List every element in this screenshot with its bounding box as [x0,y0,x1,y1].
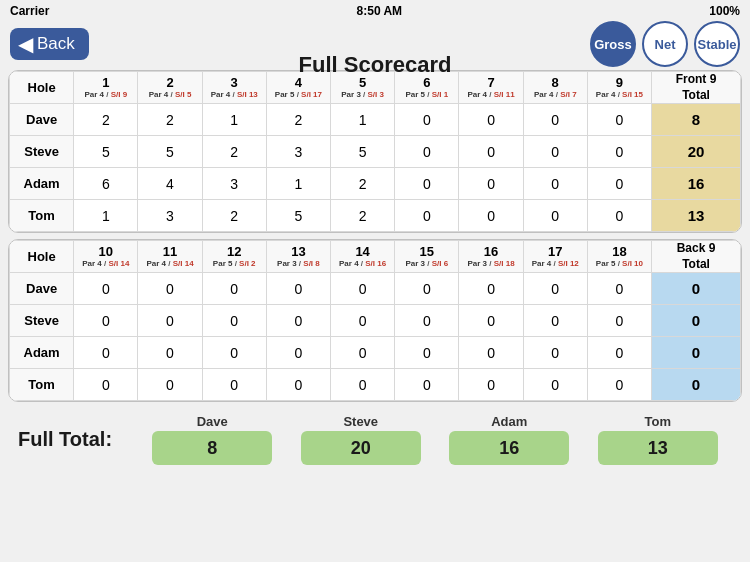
f9-adam-s7[interactable]: 0 [459,168,523,200]
b9-adam-s14[interactable]: 0 [331,337,395,369]
f9-adam-label: Adam [10,168,74,200]
f9-tom-s3[interactable]: 2 [202,200,266,232]
back-arrow-icon: ◀ [18,34,33,54]
front9-section: Hole 1 Par 4 / S/I 9 2 Par 4 / S/I 5 3 P… [8,70,742,233]
b9-tom-s17[interactable]: 0 [523,369,587,401]
b9-steve-row: Steve 0 0 0 0 0 0 0 0 0 0 [10,305,741,337]
f9-adam-s4[interactable]: 1 [266,168,330,200]
b9-adam-s15[interactable]: 0 [395,337,459,369]
f9-dave-s9[interactable]: 0 [587,104,651,136]
header: ◀ Back Full Scorecard Gross Net Stable [0,22,750,66]
f9-tom-s9[interactable]: 0 [587,200,651,232]
f9-dave-s7[interactable]: 0 [459,104,523,136]
b9-hole-13: 13 Par 3 / S/I 8 [266,241,330,273]
b9-dave-s15[interactable]: 0 [395,273,459,305]
gross-button[interactable]: Gross [590,21,636,67]
b9-tom-s12[interactable]: 0 [202,369,266,401]
b9-steve-s18[interactable]: 0 [587,305,651,337]
scorecard-wrapper: Hole 1 Par 4 / S/I 9 2 Par 4 / S/I 5 3 P… [0,66,750,473]
b9-adam-s12[interactable]: 0 [202,337,266,369]
back-label: Back [37,34,75,54]
f9-steve-s8[interactable]: 0 [523,136,587,168]
full-total-adam-name: Adam [491,414,527,429]
f9-steve-total: 20 [652,136,741,168]
f9-tom-s8[interactable]: 0 [523,200,587,232]
b9-adam-s16[interactable]: 0 [459,337,523,369]
f9-hole-9: 9 Par 4 / S/I 15 [587,72,651,104]
f9-hole-8: 8 Par 4 / S/I 7 [523,72,587,104]
f9-steve-s1[interactable]: 5 [74,136,138,168]
f9-steve-s7[interactable]: 0 [459,136,523,168]
full-total-tom-score: 13 [598,431,718,465]
b9-steve-s12[interactable]: 0 [202,305,266,337]
b9-tom-label: Tom [10,369,74,401]
f9-steve-s5[interactable]: 5 [331,136,395,168]
f9-tom-s6[interactable]: 0 [395,200,459,232]
b9-steve-s10[interactable]: 0 [74,305,138,337]
f9-adam-s9[interactable]: 0 [587,168,651,200]
f9-tom-label: Tom [10,200,74,232]
score-type-buttons: Gross Net Stable [590,21,740,67]
b9-adam-s13[interactable]: 0 [266,337,330,369]
b9-steve-s17[interactable]: 0 [523,305,587,337]
full-total-steve-score: 20 [301,431,421,465]
f9-dave-s8[interactable]: 0 [523,104,587,136]
f9-hole-2: 2 Par 4 / S/I 5 [138,72,202,104]
b9-steve-s13[interactable]: 0 [266,305,330,337]
f9-steve-s4[interactable]: 3 [266,136,330,168]
b9-dave-s10[interactable]: 0 [74,273,138,305]
b9-tom-s13[interactable]: 0 [266,369,330,401]
b9-adam-s18[interactable]: 0 [587,337,651,369]
b9-dave-s11[interactable]: 0 [138,273,202,305]
f9-tom-row: Tom 1 3 2 5 2 0 0 0 0 13 [10,200,741,232]
f9-adam-row: Adam 6 4 3 1 2 0 0 0 0 16 [10,168,741,200]
b9-adam-s11[interactable]: 0 [138,337,202,369]
f9-tom-s7[interactable]: 0 [459,200,523,232]
f9-tom-s5[interactable]: 2 [331,200,395,232]
f9-steve-s3[interactable]: 2 [202,136,266,168]
b9-adam-s17[interactable]: 0 [523,337,587,369]
f9-steve-s2[interactable]: 5 [138,136,202,168]
b9-dave-s14[interactable]: 0 [331,273,395,305]
f9-dave-s1[interactable]: 2 [74,104,138,136]
back-button[interactable]: ◀ Back [10,28,89,60]
b9-tom-s10[interactable]: 0 [74,369,138,401]
b9-tom-s15[interactable]: 0 [395,369,459,401]
full-total-steve: Steve 20 [287,414,436,465]
f9-dave-s2[interactable]: 2 [138,104,202,136]
f9-dave-s5[interactable]: 1 [331,104,395,136]
f9-steve-s9[interactable]: 0 [587,136,651,168]
b9-tom-s16[interactable]: 0 [459,369,523,401]
f9-dave-s4[interactable]: 2 [266,104,330,136]
net-button[interactable]: Net [642,21,688,67]
hole-header-label: Hole [10,72,74,104]
b9-adam-s10[interactable]: 0 [74,337,138,369]
stable-button[interactable]: Stable [694,21,740,67]
f9-tom-s4[interactable]: 5 [266,200,330,232]
b9-tom-s14[interactable]: 0 [331,369,395,401]
b9-dave-s16[interactable]: 0 [459,273,523,305]
f9-adam-s6[interactable]: 0 [395,168,459,200]
battery-label: 100% [709,4,740,18]
f9-dave-s6[interactable]: 0 [395,104,459,136]
b9-steve-s14[interactable]: 0 [331,305,395,337]
b9-dave-s17[interactable]: 0 [523,273,587,305]
f9-steve-s6[interactable]: 0 [395,136,459,168]
b9-steve-s15[interactable]: 0 [395,305,459,337]
b9-dave-s13[interactable]: 0 [266,273,330,305]
b9-tom-s11[interactable]: 0 [138,369,202,401]
f9-tom-s1[interactable]: 1 [74,200,138,232]
b9-dave-s12[interactable]: 0 [202,273,266,305]
f9-adam-s1[interactable]: 6 [74,168,138,200]
f9-dave-s3[interactable]: 1 [202,104,266,136]
page-title: Full Scorecard [299,52,452,78]
b9-tom-s18[interactable]: 0 [587,369,651,401]
f9-adam-s5[interactable]: 2 [331,168,395,200]
b9-steve-s16[interactable]: 0 [459,305,523,337]
b9-dave-s18[interactable]: 0 [587,273,651,305]
f9-adam-s2[interactable]: 4 [138,168,202,200]
f9-tom-s2[interactable]: 3 [138,200,202,232]
b9-steve-s11[interactable]: 0 [138,305,202,337]
f9-adam-s8[interactable]: 0 [523,168,587,200]
f9-adam-s3[interactable]: 3 [202,168,266,200]
